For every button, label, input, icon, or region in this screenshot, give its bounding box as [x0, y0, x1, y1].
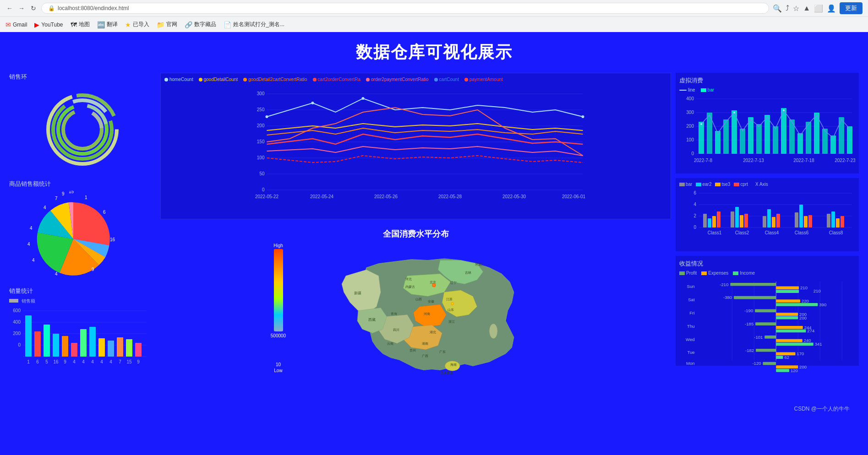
svg-point-80 [489, 324, 497, 338]
svg-text:4: 4 [73, 359, 76, 364]
window-button[interactable]: ⬜ [814, 4, 823, 13]
svg-text:120: 120 [791, 368, 798, 373]
svg-rect-31 [44, 325, 50, 357]
svg-text:240: 240 [804, 338, 811, 343]
account-button[interactable]: 👤 [827, 4, 836, 13]
svg-text:-210: -210 [720, 282, 728, 287]
update-button[interactable]: 更新 [840, 2, 863, 14]
svg-text:15: 15 [69, 191, 74, 194]
bookmark-name-test[interactable]: 📄 姓名测试打分_测名... [224, 21, 285, 28]
svg-rect-40 [126, 339, 132, 357]
sales-bar-chart: 600 400 200 0 [9, 306, 147, 366]
svg-text:200: 200 [686, 124, 694, 129]
svg-text:200: 200 [799, 315, 807, 320]
forward-button[interactable]: → [17, 4, 26, 12]
svg-text:云南: 云南 [387, 342, 393, 346]
svg-text:2022-05-22: 2022-05-22 [255, 194, 279, 199]
svg-text:2022-05-30: 2022-05-30 [502, 194, 526, 199]
bookmark-imported[interactable]: ★ 已导入 [125, 21, 149, 28]
svg-text:16: 16 [53, 359, 59, 364]
svg-text:200: 200 [799, 364, 807, 369]
bookmark-gmail[interactable]: ✉ Gmail [5, 21, 27, 28]
grouped-bar-svg: 6 4 2 0 [679, 189, 855, 244]
svg-rect-168 [831, 211, 835, 228]
svg-text:2022-7-23: 2022-7-23 [835, 158, 855, 163]
svg-text:Class6: Class6 [795, 230, 809, 235]
bookmark-nft[interactable]: 🔗 数字藏品 [185, 21, 216, 28]
svg-text:-185: -185 [745, 321, 753, 326]
svg-rect-35 [80, 329, 87, 357]
svg-rect-164 [799, 205, 803, 228]
svg-text:300: 300 [257, 91, 265, 96]
svg-rect-226 [763, 362, 776, 365]
sales-stats-section: 销量统计 销售额 600 400 200 0 [9, 287, 156, 368]
svg-rect-203 [776, 313, 798, 316]
bookmark-youtube[interactable]: ▶ YouTube [34, 21, 63, 28]
svg-rect-152 [708, 218, 711, 228]
address-bar[interactable]: 🔒 localhost:8080/endindex.html [41, 3, 769, 14]
line-chart-legend: homeCount goodDetailCount goodDetail2car… [164, 77, 667, 82]
svg-text:湖北: 湖北 [430, 330, 437, 334]
extension-button[interactable]: ▲ [803, 4, 810, 12]
svg-text:西藏: 西藏 [368, 318, 376, 322]
svg-text:2022-7-13: 2022-7-13 [743, 158, 764, 163]
legend-gooddetail2cart: goodDetail2cartConvertRatio [243, 77, 307, 82]
svg-rect-222 [776, 356, 783, 359]
refresh-button[interactable]: ↻ [29, 4, 38, 12]
svg-rect-156 [735, 207, 739, 228]
legend-gooddetailcount: goodDetailCount [199, 77, 238, 82]
legend-homecount: homeCount [164, 77, 193, 82]
search-button[interactable]: 🔍 [773, 4, 782, 13]
svg-text:山东: 山东 [448, 308, 454, 312]
svg-text:山西: 山西 [415, 298, 422, 301]
svg-text:辽宁: 辽宁 [450, 281, 457, 285]
svg-text:4: 4 [44, 205, 46, 210]
svg-point-136 [700, 123, 702, 125]
bookmark-button[interactable]: ☆ [793, 4, 799, 13]
svg-text:4: 4 [82, 359, 85, 364]
sales-stats-title: 销量统计 [9, 287, 156, 295]
svg-rect-214 [764, 336, 776, 339]
svg-text:河南: 河南 [424, 312, 430, 316]
svg-rect-166 [808, 215, 812, 228]
svg-rect-157 [740, 215, 743, 228]
svg-rect-198 [776, 303, 818, 306]
sales-legend: 销售额 [22, 298, 35, 303]
svg-text:4: 4 [55, 271, 58, 276]
virtual-title: 虚拟消费 [679, 76, 855, 85]
svg-text:210: 210 [813, 288, 821, 293]
svg-rect-208 [755, 322, 776, 325]
svg-rect-155 [731, 211, 734, 228]
bookmark-maps[interactable]: 🗺 地图 [71, 21, 90, 28]
bookmark-official[interactable]: 📁 官网 [157, 21, 177, 28]
svg-text:4: 4 [109, 359, 112, 364]
svg-rect-190 [730, 283, 776, 286]
svg-text:新疆: 新疆 [354, 291, 361, 295]
svg-text:250: 250 [257, 107, 265, 112]
svg-text:Sat: Sat [688, 297, 695, 302]
svg-text:Fri: Fri [689, 310, 694, 315]
svg-text:390: 390 [819, 302, 826, 307]
svg-point-71 [362, 97, 365, 100]
svg-text:Sun: Sun [687, 284, 695, 289]
colorbar-high: High [273, 243, 283, 248]
svg-text:0: 0 [691, 151, 694, 156]
svg-text:4: 4 [32, 258, 35, 263]
svg-point-106 [451, 303, 453, 305]
browser-actions: 🔍 ⤴ ☆ ▲ ⬜ 👤 更新 [773, 2, 863, 14]
svg-rect-160 [767, 209, 771, 228]
svg-text:四川: 四川 [393, 328, 399, 332]
svg-text:200: 200 [13, 331, 21, 336]
svg-text:吉林: 吉林 [465, 271, 471, 275]
svg-text:2022-7-18: 2022-7-18 [793, 158, 814, 163]
svg-text:600: 600 [13, 308, 21, 313]
donut-chart [41, 88, 124, 171]
svg-text:400: 400 [686, 96, 694, 101]
bookmark-translate[interactable]: 🔤 翻译 [97, 21, 118, 28]
back-button[interactable]: ← [5, 4, 14, 12]
share-button[interactable]: ⤴ [786, 4, 789, 12]
svg-text:150: 150 [257, 139, 265, 144]
svg-rect-32 [53, 334, 59, 357]
svg-rect-124 [756, 124, 762, 154]
svg-rect-125 [764, 115, 770, 154]
